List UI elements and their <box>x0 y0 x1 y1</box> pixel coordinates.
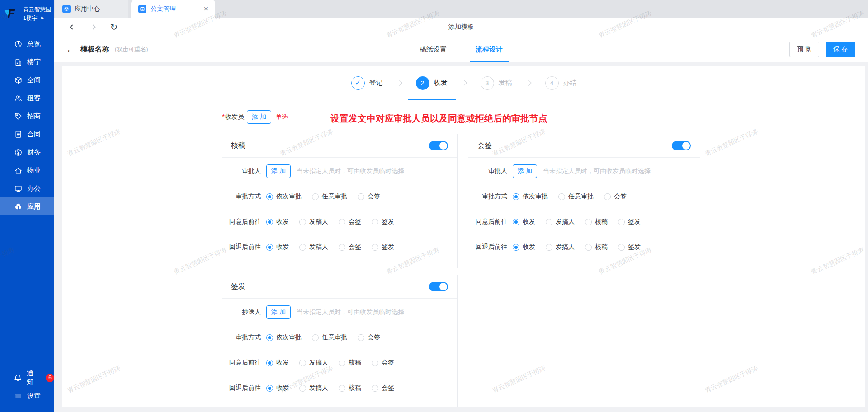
person-label: 审批人 <box>222 167 261 175</box>
save-button[interactable]: 保 存 <box>826 42 855 57</box>
flow-form: *收发员 添 加 单选 设置发文中对应审批人员以及同意或拒绝后的审批节点 核稿审… <box>62 100 865 407</box>
sidebar-item-invest[interactable]: 招商 <box>0 107 54 125</box>
radio-option-hegao-2-2[interactable]: 会签 <box>339 243 361 251</box>
radio-option-hegao-1-0[interactable]: 收发 <box>266 218 289 226</box>
step-1[interactable]: ✓登记 <box>343 66 391 100</box>
sidebar-item-building[interactable]: 楼宇 <box>0 53 54 71</box>
nav-back-icon[interactable] <box>69 23 76 31</box>
toggle-switch[interactable] <box>672 141 691 150</box>
expand-caret-icon[interactable]: ▶ <box>41 15 44 21</box>
radio-option-qianfa-0-2[interactable]: 会签 <box>358 333 380 342</box>
radio-option-qianfa-2-0[interactable]: 收发 <box>266 384 289 392</box>
close-icon[interactable]: × <box>193 5 208 13</box>
sidebar-item-settings[interactable]: 设置 <box>0 387 54 405</box>
radio-icon <box>372 385 378 392</box>
person-label: 审批人 <box>468 167 507 175</box>
radio-option-qianfa-2-1[interactable]: 发搞人 <box>299 384 328 392</box>
panel-row: 审批方式依次审批任意审批会签 <box>468 184 700 209</box>
radio-option-qianfa-0-0[interactable]: 依次审批 <box>266 333 302 342</box>
radio-option-hegao-1-1[interactable]: 发稿人 <box>299 218 328 226</box>
chevron-right-icon <box>396 80 402 86</box>
sidebar-divider <box>0 28 54 28</box>
radio-option-huiqian-2-3[interactable]: 签发 <box>618 243 641 251</box>
refresh-icon[interactable]: ↻ <box>110 23 118 31</box>
add-person-button-hegao[interactable]: 添 加 <box>266 164 291 178</box>
radio-option-huiqian-1-2[interactable]: 核稿 <box>585 218 608 226</box>
chevron-right-icon <box>526 80 532 86</box>
radio-icon <box>372 360 378 366</box>
sidebar-item-label: 招商 <box>27 112 41 121</box>
header-tab-0[interactable]: 稿纸设置 <box>418 36 448 62</box>
panel-row: 审批方式依次审批任意审批会签 <box>222 325 457 350</box>
radio-icon <box>299 219 306 225</box>
sidebar-item-app[interactable]: 应用 <box>0 197 54 215</box>
radio-option-huiqian-2-2[interactable]: 核稿 <box>585 243 608 251</box>
radio-option-hegao-0-0[interactable]: 依次审批 <box>266 192 302 201</box>
navbar: ↻ 添加模板 <box>54 18 868 36</box>
sidebar-menu: 总览楼宇空间租客招商合同财务物业办公应用 <box>0 35 54 215</box>
step-4[interactable]: 4办结 <box>537 66 585 100</box>
notification-badge: 6 <box>46 374 54 382</box>
radio-option-huiqian-0-2[interactable]: 会签 <box>604 192 627 201</box>
sidebar-item-overview[interactable]: 总览 <box>0 35 54 53</box>
radio-option-hegao-2-1[interactable]: 发稿人 <box>299 243 328 251</box>
tab-doc-manage[interactable]: 公文管理× <box>131 0 215 18</box>
sidebar-item-notice[interactable]: 通知6 <box>0 369 54 387</box>
radio-option-huiqian-2-1[interactable]: 发搞人 <box>546 243 575 251</box>
back-arrow-icon[interactable]: ← <box>66 44 75 55</box>
radio-option-hegao-2-0[interactable]: 收发 <box>266 243 289 251</box>
radio-option-hegao-2-3[interactable]: 签发 <box>372 243 394 251</box>
radio-option-qianfa-1-0[interactable]: 收发 <box>266 359 289 367</box>
sidebar-item-property[interactable]: 物业 <box>0 161 54 179</box>
radio-option-huiqian-0-0[interactable]: 依次审批 <box>513 192 548 201</box>
doc-manage-icon <box>138 5 146 13</box>
add-person-button-huiqian[interactable]: 添 加 <box>513 164 537 178</box>
radio-option-qianfa-1-3[interactable]: 会签 <box>372 359 394 367</box>
step-label: 收发 <box>434 79 448 87</box>
office-icon <box>14 184 22 192</box>
radio-option-hegao-1-2[interactable]: 会签 <box>339 218 361 226</box>
sidebar-item-finance[interactable]: 财务 <box>0 143 54 161</box>
toggle-switch[interactable] <box>429 141 448 150</box>
template-name-hint: (双击可重名) <box>115 45 148 53</box>
step-number: 2 <box>416 76 429 90</box>
nav-forward-icon[interactable] <box>90 23 97 31</box>
step-2[interactable]: 2收发 <box>408 66 456 100</box>
receiver-row: *收发员 添 加 单选 设置发文中对应审批人员以及同意或拒绝后的审批节点 <box>222 109 865 125</box>
brand[interactable]: F 青云智慧园 1楼宇 ▶ <box>0 0 54 28</box>
radio-icon <box>358 334 364 341</box>
panel-row: 审批方式依次审批任意审批会签 <box>222 184 457 209</box>
radio-option-qianfa-0-1[interactable]: 任意审批 <box>312 333 347 342</box>
radio-option-qianfa-1-2[interactable]: 核稿 <box>339 359 361 367</box>
radio-option-huiqian-2-0[interactable]: 收发 <box>513 243 535 251</box>
template-name[interactable]: 模板名称 <box>80 45 109 54</box>
add-person-button-qianfa[interactable]: 添 加 <box>266 305 291 319</box>
radio-icon <box>618 244 625 251</box>
step-3[interactable]: 3发稿 <box>472 66 520 100</box>
sidebar-item-space[interactable]: 空间 <box>0 71 54 89</box>
radio-option-hegao-0-2[interactable]: 会签 <box>358 192 380 201</box>
sidebar-item-office[interactable]: 办公 <box>0 179 54 197</box>
sidebar-item-label: 设置 <box>27 392 41 400</box>
radio-option-qianfa-1-1[interactable]: 发搞人 <box>299 359 328 367</box>
radio-option-hegao-0-1[interactable]: 任意审批 <box>312 192 347 201</box>
header-tab-1[interactable]: 流程设计 <box>474 36 504 62</box>
radio-option-huiqian-1-0[interactable]: 收发 <box>513 218 535 226</box>
radio-option-qianfa-2-3[interactable]: 会签 <box>372 384 394 392</box>
radio-icon <box>312 334 319 341</box>
radio-option-huiqian-1-3[interactable]: 签发 <box>618 218 641 226</box>
radio-option-hegao-1-3[interactable]: 签发 <box>372 218 394 226</box>
radio-icon <box>266 219 273 225</box>
toggle-switch[interactable] <box>429 282 448 291</box>
radio-option-qianfa-2-2[interactable]: 核稿 <box>339 384 361 392</box>
sidebar-item-contract[interactable]: 合同 <box>0 125 54 143</box>
sidebar-item-tenant[interactable]: 租客 <box>0 89 54 107</box>
sidebar-bottom: 通知6设置 <box>0 369 54 412</box>
preview-button[interactable]: 预 览 <box>789 42 819 57</box>
radio-option-huiqian-1-1[interactable]: 发搞人 <box>546 218 575 226</box>
add-receiver-button[interactable]: 添 加 <box>247 110 271 124</box>
menu-icon <box>14 392 22 400</box>
radio-option-huiqian-0-1[interactable]: 任意审批 <box>558 192 594 201</box>
tab-app-center[interactable]: 应用中心 <box>55 0 128 18</box>
sidebar-item-label: 合同 <box>27 130 41 139</box>
